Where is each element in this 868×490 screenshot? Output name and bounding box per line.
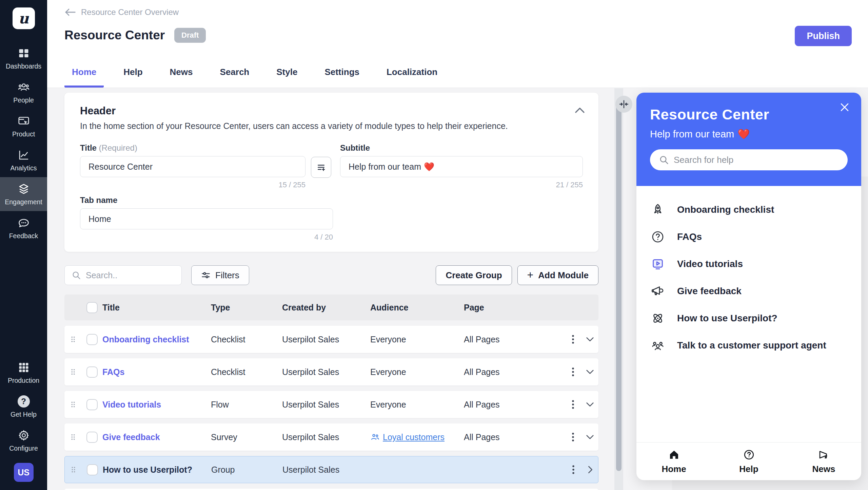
module-page: All Pages <box>464 432 566 442</box>
sidebar-item-feedback[interactable]: Feedback <box>0 211 47 245</box>
drag-handle-icon[interactable] <box>71 433 76 441</box>
drag-handle-icon[interactable] <box>71 466 76 473</box>
user-avatar[interactable]: US <box>14 463 34 482</box>
table-row-selected[interactable]: How to use Userpilot? Group Userpilot Sa… <box>64 456 598 483</box>
create-group-button[interactable]: Create Group <box>436 265 512 285</box>
sidebar-item-label: Engagement <box>5 198 42 206</box>
sidebar-item-dashboards[interactable]: Dashboards <box>0 41 47 75</box>
table-row-partial[interactable] <box>64 489 598 490</box>
preview-tab-help[interactable]: Help <box>711 442 786 480</box>
row-checkbox[interactable] <box>86 366 98 378</box>
chevron-down-icon[interactable] <box>586 434 594 440</box>
drag-handle-icon[interactable] <box>71 336 76 343</box>
tab-search[interactable]: Search <box>213 67 257 88</box>
breadcrumb-label: Resource Center Overview <box>81 7 179 17</box>
preview-item-onboarding-checklist[interactable]: Onboarding checklist <box>650 196 848 223</box>
sidebar-item-configure[interactable]: Configure <box>0 423 47 457</box>
dashboards-icon <box>18 47 30 59</box>
breadcrumb[interactable]: Resource Center Overview <box>64 7 179 17</box>
preview-item-video-tutorials[interactable]: Video tutorials <box>650 250 848 278</box>
preview-item-how-to-use-userpilot[interactable]: How to use Userpilot? <box>650 305 848 332</box>
chevron-down-icon[interactable] <box>586 402 594 407</box>
close-icon[interactable] <box>839 101 850 113</box>
content-scrollbar-thumb[interactable] <box>616 102 622 471</box>
tab-name-input[interactable]: Home <box>80 208 333 229</box>
tab-settings[interactable]: Settings <box>317 67 367 88</box>
audience-segment-link[interactable]: Loyal customers <box>370 432 464 442</box>
column-audience: Audience <box>370 303 464 313</box>
sidebar-item-production[interactable]: Production <box>0 356 47 390</box>
module-type: Group <box>211 465 282 475</box>
row-checkbox[interactable] <box>86 399 98 410</box>
title-char-counter: 15 / 255 <box>80 181 305 189</box>
chevron-right-icon[interactable] <box>588 466 593 474</box>
row-checkbox[interactable] <box>86 334 98 345</box>
module-title-link[interactable]: Give feedback <box>102 432 211 442</box>
preview-item-talk-to-support[interactable]: Talk to a customer support agent <box>650 332 848 359</box>
chevron-down-icon[interactable] <box>586 369 594 375</box>
table-row[interactable]: Give feedback Survey Userpilot Sales Loy… <box>64 423 598 451</box>
row-menu-button[interactable] <box>572 399 574 410</box>
module-title-link[interactable]: Video tutorials <box>102 400 211 410</box>
preview-search-input[interactable]: Search for help <box>650 149 848 170</box>
row-menu-button[interactable] <box>572 432 574 442</box>
drag-handle-icon[interactable] <box>71 368 76 376</box>
gear-icon <box>18 429 30 441</box>
subtitle-field-label: Subtitle <box>340 143 583 153</box>
people-icon <box>18 81 30 93</box>
subtitle-input[interactable]: Help from our team❤️ <box>340 156 583 177</box>
title-input[interactable]: Resource Center <box>80 156 305 177</box>
collapse-preview-handle[interactable] <box>615 96 632 113</box>
module-title-link[interactable]: How to use Userpilot? <box>103 465 211 475</box>
preview-header: Resource Center Help from our team❤️ Sea… <box>636 93 861 186</box>
preview-item-faqs[interactable]: FAQs <box>650 223 848 250</box>
column-title: Title <box>102 303 211 313</box>
row-menu-button[interactable] <box>572 334 574 344</box>
module-type: Checklist <box>211 335 282 344</box>
sidebar-item-people[interactable]: People <box>0 75 47 109</box>
tab-style[interactable]: Style <box>269 67 305 88</box>
tab-news[interactable]: News <box>162 67 200 88</box>
collapse-chevron-up-icon[interactable] <box>575 107 585 114</box>
question-circle-icon <box>743 449 755 461</box>
publish-button[interactable]: Publish <box>795 26 852 46</box>
module-search-input[interactable]: Search.. <box>64 265 182 285</box>
sidebar-item-engagement[interactable]: Engagement <box>0 177 47 211</box>
sidebar-item-label: People <box>13 96 34 104</box>
table-row[interactable]: Onboarding checklist Checklist Userpilot… <box>64 326 598 353</box>
add-module-button[interactable]: +Add Module <box>517 265 598 285</box>
subtitle-char-counter: 21 / 255 <box>340 181 583 189</box>
segment-people-icon <box>370 433 380 441</box>
back-arrow-icon[interactable] <box>64 8 76 17</box>
tab-help[interactable]: Help <box>116 67 150 88</box>
preview-item-give-feedback[interactable]: Give feedback <box>650 278 848 305</box>
module-title-link[interactable]: Onboarding checklist <box>102 335 211 344</box>
insert-variable-button[interactable] <box>311 157 331 178</box>
module-page: All Pages <box>464 400 566 410</box>
sidebar-item-analytics[interactable]: Analytics <box>0 143 47 177</box>
table-row[interactable]: Video tutorials Flow Userpilot Sales Eve… <box>64 391 598 418</box>
sidebar-item-get-help[interactable]: ? Get Help <box>0 390 47 423</box>
tab-localization[interactable]: Localization <box>379 67 445 88</box>
preview-tab-home[interactable]: Home <box>636 442 711 480</box>
select-all-checkbox[interactable] <box>86 302 98 313</box>
preview-tab-news[interactable]: News <box>786 442 861 480</box>
tab-home[interactable]: Home <box>64 67 104 88</box>
drag-handle-icon[interactable] <box>71 401 76 408</box>
row-menu-button[interactable] <box>572 465 575 475</box>
filters-button[interactable]: Filters <box>191 265 249 285</box>
sidebar-item-label: Production <box>8 377 39 384</box>
chevron-down-icon[interactable] <box>586 337 594 342</box>
heart-emoji: ❤️ <box>737 128 750 140</box>
tab-name-field-label: Tab name <box>80 195 333 205</box>
row-menu-button[interactable] <box>572 367 574 377</box>
module-title-link[interactable]: FAQs <box>102 367 211 377</box>
search-icon <box>659 155 669 165</box>
row-checkbox[interactable] <box>87 464 98 475</box>
sidebar-item-product[interactable]: Product <box>0 109 47 143</box>
table-row[interactable]: FAQs Checklist Userpilot Sales Everyone … <box>64 358 598 385</box>
row-checkbox[interactable] <box>86 432 98 443</box>
userpilot-logo[interactable]: u <box>13 7 35 29</box>
add-to-list-icon <box>316 162 326 172</box>
sidebar-item-label: Dashboards <box>6 62 41 70</box>
